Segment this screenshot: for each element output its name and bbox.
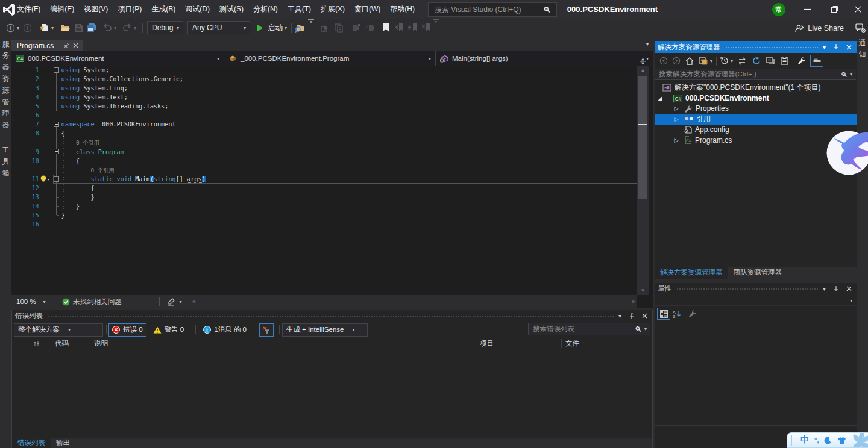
- error-scope-dropdown[interactable]: 整个解决方案 ▾: [14, 323, 103, 337]
- solution-explorer-search[interactable]: 搜索解决方案资源管理器(Ctrl+;) 🔍︎ ▾: [655, 69, 856, 80]
- new-file-button[interactable]: ▾: [40, 19, 54, 36]
- errors-filter-button[interactable]: 错误 0: [108, 323, 146, 337]
- tab-team-explorer[interactable]: 团队资源管理器: [728, 267, 788, 279]
- menu-tools[interactable]: 工具(T): [283, 0, 316, 19]
- se-back-icon[interactable]: [659, 57, 668, 65]
- close-button[interactable]: [848, 0, 868, 19]
- menu-edit[interactable]: 编辑(E): [45, 0, 79, 19]
- collapse-region-using[interactable]: [54, 67, 59, 73]
- menu-debug[interactable]: 调试(D): [180, 0, 215, 19]
- pin-icon[interactable]: [833, 286, 839, 292]
- next-bookmark-button[interactable]: [408, 19, 417, 36]
- collapse-region-class[interactable]: [54, 149, 59, 154]
- scrollbar-thumb[interactable]: [638, 76, 647, 199]
- code-cleanup-dropdown[interactable]: ▾: [180, 299, 182, 305]
- navbar-project-dropdown[interactable]: C# 000.PCSDKEnvironment ▾: [11, 51, 224, 66]
- solution-platform-dropdown[interactable]: Any CPU ▾: [187, 21, 250, 34]
- code-cleanup-button[interactable]: ▾: [167, 298, 182, 306]
- menu-project[interactable]: 项目(P): [113, 0, 146, 19]
- zoom-level-dropdown[interactable]: 100 % ▾: [11, 298, 49, 305]
- menu-build[interactable]: 生成(B): [146, 0, 180, 19]
- tab-output[interactable]: 输出: [51, 438, 75, 448]
- switch-views-dropdown[interactable]: ▾: [710, 58, 712, 64]
- editor-split-grip[interactable]: [639, 58, 647, 64]
- editor-horizontal-scrollbar[interactable]: ◀ ▶: [190, 296, 637, 308]
- menu-analyze[interactable]: 分析(N): [248, 0, 283, 19]
- close-icon[interactable]: [642, 313, 647, 319]
- tab-error-list[interactable]: 错误列表: [12, 438, 51, 448]
- find-in-code-button[interactable]: [320, 19, 329, 36]
- undo-dropdown[interactable]: ▾: [114, 25, 116, 31]
- messages-filter-button[interactable]: 1消息 的 0: [200, 323, 250, 337]
- tree-item-references[interactable]: ▷ 引用: [655, 114, 857, 124]
- column-header-project[interactable]: 项目: [480, 338, 494, 349]
- column-header-code[interactable]: 代码: [55, 338, 69, 349]
- copy-parallel-button[interactable]: [334, 19, 344, 36]
- properties-object-dropdown[interactable]: ▾: [655, 294, 857, 306]
- expander-expanded-icon[interactable]: ◢: [657, 95, 663, 101]
- tab-close-icon[interactable]: [73, 43, 78, 48]
- collapse-region-namespace[interactable]: [54, 122, 59, 127]
- uncomment-selection-button[interactable]: ?: [366, 19, 375, 36]
- pending-changes-filter-icon[interactable]: [720, 57, 729, 65]
- new-file-dropdown[interactable]: ▾: [51, 25, 54, 31]
- se-forward-icon[interactable]: [672, 57, 681, 65]
- sync-with-active-document-icon[interactable]: [738, 57, 747, 65]
- moon-icon[interactable]: [824, 437, 832, 444]
- skin-shirt-icon[interactable]: [837, 437, 846, 444]
- tab-solution-explorer[interactable]: 解决方案资源管理器: [655, 267, 728, 279]
- expander-collapsed-icon[interactable]: ▷: [673, 116, 679, 122]
- comment-selection-button[interactable]: [352, 19, 361, 36]
- menu-help[interactable]: 帮助(H): [385, 0, 420, 19]
- start-dropdown[interactable]: ▾: [285, 25, 287, 31]
- refresh-icon[interactable]: [752, 57, 761, 65]
- scroll-left-arrow[interactable]: ◀: [192, 299, 195, 304]
- menu-test[interactable]: 测试(S): [215, 0, 248, 19]
- collapse-region-method[interactable]: [54, 176, 59, 182]
- toolbar-overflow-button[interactable]: ▾: [308, 19, 314, 36]
- warnings-filter-button[interactable]: 警告 0: [150, 323, 187, 337]
- collapse-all-icon[interactable]: [766, 57, 775, 65]
- navbar-member-dropdown[interactable]: Main(string[] args) ▾: [436, 51, 653, 66]
- notifications-vertical-tab[interactable]: 通知: [858, 37, 867, 60]
- navigate-back-button[interactable]: ▾: [6, 19, 19, 36]
- redo-dropdown[interactable]: ▾: [134, 25, 136, 31]
- home-icon[interactable]: [685, 57, 694, 65]
- close-icon[interactable]: [846, 45, 852, 50]
- window-position-dropdown[interactable]: ▾: [823, 285, 826, 292]
- previous-bookmark-button[interactable]: [395, 19, 404, 36]
- filter-dropdown[interactable]: ▾: [731, 58, 733, 64]
- ime-language-mode[interactable]: 中: [800, 435, 809, 446]
- menu-extensions[interactable]: 扩展(X): [316, 0, 350, 19]
- preview-selected-items-toggle[interactable]: [810, 55, 823, 67]
- menu-view[interactable]: 视图(V): [79, 0, 113, 19]
- scroll-down-arrow[interactable]: ▼: [637, 287, 649, 294]
- navigate-back-dropdown[interactable]: ▾: [17, 25, 19, 31]
- expander-collapsed-icon[interactable]: ▷: [673, 137, 679, 143]
- redo-button[interactable]: ▾: [122, 19, 136, 36]
- column-header-description[interactable]: 说明: [94, 338, 108, 349]
- severity-column-icon[interactable]: [34, 341, 40, 347]
- ime-toolbar[interactable]: 中 °,: [787, 432, 868, 448]
- open-file-button[interactable]: [60, 19, 71, 36]
- solution-explorer-title-bar[interactable]: 解决方案资源管理器 ▾: [655, 41, 857, 53]
- menu-window[interactable]: 窗口(W): [350, 0, 385, 19]
- document-health-indicator[interactable]: 未找到相关问题: [62, 297, 122, 306]
- navigate-forward-button[interactable]: [23, 19, 32, 36]
- close-icon[interactable]: [846, 286, 852, 291]
- bookmark-toolbar-overflow[interactable]: ▾: [433, 19, 439, 36]
- send-feedback-button[interactable]: [855, 23, 866, 33]
- tree-item-solution[interactable]: 解决方案"000.PCSDKEnvironment"(1 个项目): [655, 82, 857, 93]
- toggle-bookmark-button[interactable]: [382, 19, 389, 36]
- properties-wrench-icon[interactable]: [797, 57, 807, 65]
- error-source-dropdown[interactable]: 生成 + IntelliSense ▾: [282, 323, 368, 337]
- start-debugging-button[interactable]: 启动 ▾: [256, 19, 287, 36]
- editor-vertical-scrollbar[interactable]: ▲ ▼: [637, 66, 649, 295]
- window-position-dropdown[interactable]: ▾: [618, 313, 621, 319]
- ime-punctuation-toggle[interactable]: °,: [814, 437, 819, 444]
- window-position-dropdown[interactable]: ▾: [823, 44, 826, 51]
- document-list-dropdown[interactable]: ▾: [646, 42, 649, 47]
- server-explorer-vertical-tab[interactable]: 服务器资源管理器: [1, 39, 10, 131]
- ime-drag-handle[interactable]: [791, 435, 792, 446]
- error-list-title-bar[interactable]: 错误列表 ▾: [12, 310, 652, 322]
